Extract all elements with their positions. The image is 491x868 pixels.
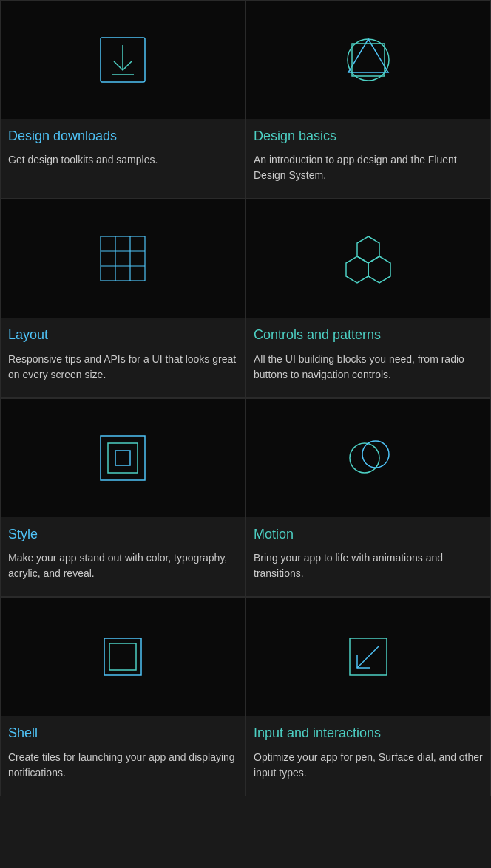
card-grid: Design downloads Get design toolkits and…: [0, 0, 491, 796]
card-design-downloads[interactable]: Design downloads Get design toolkits and…: [0, 0, 246, 199]
svg-rect-15: [108, 443, 138, 473]
card-desc-design-downloads: Get design toolkits and samples.: [8, 152, 237, 168]
svg-rect-14: [101, 436, 145, 480]
card-title-motion: Motion: [254, 526, 483, 543]
card-desc-motion: Bring your app to life with animations a…: [254, 550, 483, 581]
card-image-design-downloads: [1, 1, 245, 119]
card-title-shell: Shell: [8, 725, 237, 742]
card-title-input-interactions: Input and interactions: [254, 725, 483, 742]
card-content-design-basics: Design basics An introduction to app des…: [246, 119, 490, 198]
svg-marker-11: [357, 236, 379, 263]
svg-marker-12: [346, 256, 368, 283]
card-content-controls-patterns: Controls and patterns All the UI buildin…: [246, 318, 490, 397]
svg-rect-6: [101, 236, 145, 281]
card-motion[interactable]: Motion Bring your app to life with anima…: [246, 398, 491, 597]
card-desc-layout: Responsive tips and APIs for a UI that l…: [8, 352, 237, 383]
card-desc-input-interactions: Optimize your app for pen, Surface dial,…: [254, 750, 483, 781]
card-content-motion: Motion Bring your app to life with anima…: [246, 517, 490, 596]
svg-point-18: [362, 441, 389, 468]
card-input-interactions[interactable]: Input and interactions Optimize your app…: [246, 597, 491, 796]
card-content-input-interactions: Input and interactions Optimize your app…: [246, 716, 490, 795]
card-image-controls-patterns: [246, 199, 490, 318]
card-content-design-downloads: Design downloads Get design toolkits and…: [1, 119, 245, 198]
download-icon: [93, 30, 152, 89]
card-content-style: Style Make your app stand out with color…: [1, 517, 245, 596]
shape-icon: [339, 30, 398, 89]
grid-icon: [93, 229, 152, 288]
card-image-input-interactions: [246, 598, 490, 716]
card-image-motion: [246, 399, 490, 517]
svg-rect-20: [109, 643, 136, 670]
card-content-layout: Layout Responsive tips and APIs for a UI…: [1, 318, 245, 397]
card-desc-design-basics: An introduction to app design and the Fl…: [254, 152, 483, 183]
circles-icon: [339, 428, 398, 488]
svg-rect-5: [352, 44, 385, 76]
nested-icon: [93, 428, 152, 488]
card-title-style: Style: [8, 526, 237, 543]
card-image-style: [1, 399, 245, 517]
svg-marker-13: [368, 256, 390, 283]
hex-icon: [339, 229, 398, 288]
card-title-design-downloads: Design downloads: [8, 128, 237, 145]
card-controls-patterns[interactable]: Controls and patterns All the UI buildin…: [246, 199, 491, 397]
card-style[interactable]: Style Make your app stand out with color…: [0, 398, 246, 597]
card-desc-controls-patterns: All the UI building blocks you need, fro…: [254, 352, 483, 383]
card-desc-shell: Create tiles for launching your app and …: [8, 750, 237, 781]
card-content-shell: Shell Create tiles for launching your ap…: [1, 716, 245, 795]
card-title-layout: Layout: [8, 327, 237, 344]
card-image-shell: [1, 598, 245, 716]
card-title-design-basics: Design basics: [254, 128, 483, 145]
input-icon: [339, 627, 398, 686]
shell-icon: [93, 627, 152, 686]
card-image-layout: [1, 199, 245, 318]
card-design-basics[interactable]: Design basics An introduction to app des…: [246, 0, 491, 199]
card-image-design-basics: [246, 1, 490, 119]
svg-rect-16: [115, 451, 130, 465]
card-desc-style: Make your app stand out with color, typo…: [8, 550, 237, 581]
card-layout[interactable]: Layout Responsive tips and APIs for a UI…: [0, 199, 246, 397]
card-title-controls-patterns: Controls and patterns: [254, 327, 483, 344]
card-shell[interactable]: Shell Create tiles for launching your ap…: [0, 597, 246, 796]
svg-point-3: [348, 39, 389, 81]
